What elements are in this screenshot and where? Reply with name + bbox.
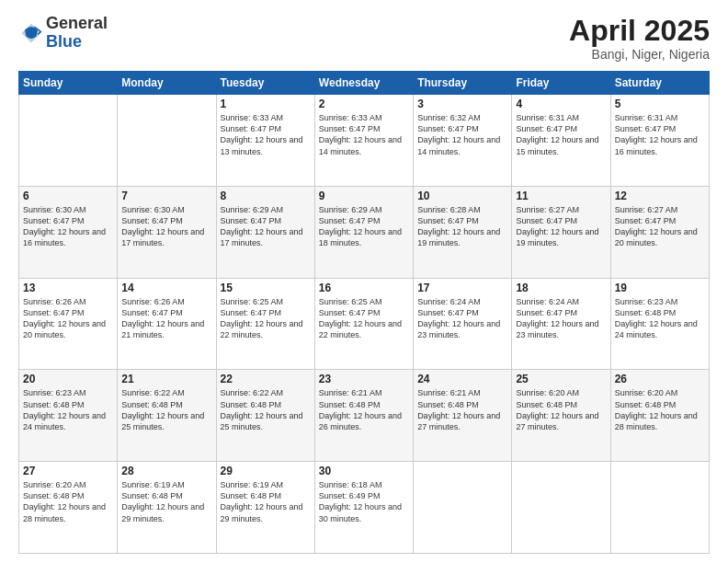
calendar-cell: 23Sunrise: 6:21 AM Sunset: 6:48 PM Dayli… — [314, 370, 413, 462]
month-title: April 2025 — [569, 15, 710, 47]
day-number: 14 — [121, 282, 211, 294]
calendar-cell: 14Sunrise: 6:26 AM Sunset: 6:47 PM Dayli… — [118, 278, 216, 370]
calendar-cell: 4Sunrise: 6:31 AM Sunset: 6:47 PM Daylig… — [512, 95, 610, 187]
day-number: 17 — [417, 282, 507, 294]
day-number: 19 — [615, 282, 705, 294]
calendar-cell: 21Sunrise: 6:22 AM Sunset: 6:48 PM Dayli… — [118, 370, 216, 462]
calendar-cell — [512, 462, 610, 554]
day-info: Sunrise: 6:31 AM Sunset: 6:47 PM Dayligh… — [516, 112, 606, 157]
day-info: Sunrise: 6:27 AM Sunset: 6:47 PM Dayligh… — [615, 204, 705, 249]
logo-icon — [18, 20, 44, 46]
calendar-cell: 18Sunrise: 6:24 AM Sunset: 6:47 PM Dayli… — [512, 278, 610, 370]
day-info: Sunrise: 6:22 AM Sunset: 6:48 PM Dayligh… — [121, 387, 211, 432]
day-number: 28 — [121, 465, 211, 477]
day-number: 6 — [23, 190, 113, 202]
logo-text: General Blue — [46, 15, 108, 52]
day-info: Sunrise: 6:31 AM Sunset: 6:47 PM Dayligh… — [615, 112, 705, 157]
day-number: 9 — [319, 190, 409, 202]
calendar-week-4: 20Sunrise: 6:23 AM Sunset: 6:48 PM Dayli… — [19, 370, 710, 462]
day-info: Sunrise: 6:30 AM Sunset: 6:47 PM Dayligh… — [23, 204, 113, 249]
calendar-cell: 1Sunrise: 6:33 AM Sunset: 6:47 PM Daylig… — [216, 95, 314, 187]
calendar-cell: 13Sunrise: 6:26 AM Sunset: 6:47 PM Dayli… — [19, 278, 118, 370]
calendar-cell: 22Sunrise: 6:22 AM Sunset: 6:48 PM Dayli… — [216, 370, 314, 462]
calendar-cell: 9Sunrise: 6:29 AM Sunset: 6:47 PM Daylig… — [314, 186, 413, 278]
logo-general-text: General — [46, 15, 108, 33]
day-number: 26 — [615, 373, 705, 385]
calendar-cell: 12Sunrise: 6:27 AM Sunset: 6:47 PM Dayli… — [610, 186, 709, 278]
day-info: Sunrise: 6:26 AM Sunset: 6:47 PM Dayligh… — [121, 296, 211, 341]
logo-blue-text: Blue — [46, 33, 108, 52]
day-info: Sunrise: 6:28 AM Sunset: 6:47 PM Dayligh… — [417, 204, 507, 249]
day-info: Sunrise: 6:23 AM Sunset: 6:48 PM Dayligh… — [615, 296, 705, 341]
day-info: Sunrise: 6:24 AM Sunset: 6:47 PM Dayligh… — [516, 296, 606, 341]
calendar-cell: 11Sunrise: 6:27 AM Sunset: 6:47 PM Dayli… — [512, 186, 610, 278]
calendar-week-5: 27Sunrise: 6:20 AM Sunset: 6:48 PM Dayli… — [19, 462, 710, 554]
day-number: 13 — [23, 282, 113, 294]
day-info: Sunrise: 6:32 AM Sunset: 6:47 PM Dayligh… — [417, 112, 507, 157]
day-number: 15 — [221, 282, 311, 294]
calendar-cell: 25Sunrise: 6:20 AM Sunset: 6:48 PM Dayli… — [512, 370, 610, 462]
day-number: 21 — [121, 373, 211, 385]
day-number: 5 — [615, 98, 705, 110]
day-number: 20 — [23, 373, 113, 385]
day-info: Sunrise: 6:21 AM Sunset: 6:48 PM Dayligh… — [417, 387, 507, 432]
calendar-cell — [610, 462, 709, 554]
day-number: 18 — [516, 282, 606, 294]
day-info: Sunrise: 6:19 AM Sunset: 6:48 PM Dayligh… — [221, 479, 311, 524]
day-number: 7 — [121, 190, 211, 202]
calendar-cell: 24Sunrise: 6:21 AM Sunset: 6:48 PM Dayli… — [414, 370, 512, 462]
calendar-cell: 28Sunrise: 6:19 AM Sunset: 6:48 PM Dayli… — [118, 462, 216, 554]
weekday-header-friday: Friday — [512, 72, 610, 95]
day-number: 2 — [319, 98, 409, 110]
weekday-header-monday: Monday — [118, 72, 216, 95]
calendar-cell: 26Sunrise: 6:20 AM Sunset: 6:48 PM Dayli… — [610, 370, 709, 462]
logo: General Blue — [18, 15, 108, 52]
day-info: Sunrise: 6:20 AM Sunset: 6:48 PM Dayligh… — [23, 479, 113, 524]
calendar-cell — [19, 95, 118, 187]
title-block: April 2025 Bangi, Niger, Nigeria — [569, 15, 710, 62]
day-number: 24 — [417, 373, 507, 385]
weekday-header-saturday: Saturday — [610, 72, 709, 95]
calendar-week-3: 13Sunrise: 6:26 AM Sunset: 6:47 PM Dayli… — [19, 278, 710, 370]
weekday-header-sunday: Sunday — [19, 72, 118, 95]
header: General Blue April 2025 Bangi, Niger, Ni… — [18, 15, 710, 62]
calendar-week-1: 1Sunrise: 6:33 AM Sunset: 6:47 PM Daylig… — [19, 95, 710, 187]
calendar-cell: 19Sunrise: 6:23 AM Sunset: 6:48 PM Dayli… — [610, 278, 709, 370]
weekday-header-tuesday: Tuesday — [216, 72, 314, 95]
calendar-cell: 17Sunrise: 6:24 AM Sunset: 6:47 PM Dayli… — [414, 278, 512, 370]
calendar-cell: 3Sunrise: 6:32 AM Sunset: 6:47 PM Daylig… — [414, 95, 512, 187]
day-number: 25 — [516, 373, 606, 385]
weekday-header-wednesday: Wednesday — [314, 72, 413, 95]
day-number: 10 — [417, 190, 507, 202]
day-number: 16 — [319, 282, 409, 294]
calendar-cell: 6Sunrise: 6:30 AM Sunset: 6:47 PM Daylig… — [19, 186, 118, 278]
calendar-cell — [118, 95, 216, 187]
day-info: Sunrise: 6:33 AM Sunset: 6:47 PM Dayligh… — [319, 112, 409, 157]
day-info: Sunrise: 6:27 AM Sunset: 6:47 PM Dayligh… — [516, 204, 606, 249]
day-number: 27 — [23, 465, 113, 477]
day-info: Sunrise: 6:25 AM Sunset: 6:47 PM Dayligh… — [319, 296, 409, 341]
calendar-cell: 27Sunrise: 6:20 AM Sunset: 6:48 PM Dayli… — [19, 462, 118, 554]
day-number: 4 — [516, 98, 606, 110]
day-number: 23 — [319, 373, 409, 385]
calendar-cell — [414, 462, 512, 554]
day-number: 12 — [615, 190, 705, 202]
day-info: Sunrise: 6:18 AM Sunset: 6:49 PM Dayligh… — [319, 479, 409, 524]
day-info: Sunrise: 6:25 AM Sunset: 6:47 PM Dayligh… — [221, 296, 311, 341]
day-info: Sunrise: 6:20 AM Sunset: 6:48 PM Dayligh… — [516, 387, 606, 432]
day-number: 22 — [221, 373, 311, 385]
calendar-cell: 5Sunrise: 6:31 AM Sunset: 6:47 PM Daylig… — [610, 95, 709, 187]
day-info: Sunrise: 6:22 AM Sunset: 6:48 PM Dayligh… — [221, 387, 311, 432]
day-number: 29 — [221, 465, 311, 477]
calendar-header-row: SundayMondayTuesdayWednesdayThursdayFrid… — [19, 72, 710, 95]
calendar-cell: 29Sunrise: 6:19 AM Sunset: 6:48 PM Dayli… — [216, 462, 314, 554]
day-number: 30 — [319, 465, 409, 477]
calendar-cell: 20Sunrise: 6:23 AM Sunset: 6:48 PM Dayli… — [19, 370, 118, 462]
calendar-cell: 15Sunrise: 6:25 AM Sunset: 6:47 PM Dayli… — [216, 278, 314, 370]
day-number: 11 — [516, 190, 606, 202]
calendar-cell: 16Sunrise: 6:25 AM Sunset: 6:47 PM Dayli… — [314, 278, 413, 370]
day-info: Sunrise: 6:24 AM Sunset: 6:47 PM Dayligh… — [417, 296, 507, 341]
day-number: 3 — [417, 98, 507, 110]
day-info: Sunrise: 6:33 AM Sunset: 6:47 PM Dayligh… — [221, 112, 311, 157]
day-info: Sunrise: 6:30 AM Sunset: 6:47 PM Dayligh… — [121, 204, 211, 249]
